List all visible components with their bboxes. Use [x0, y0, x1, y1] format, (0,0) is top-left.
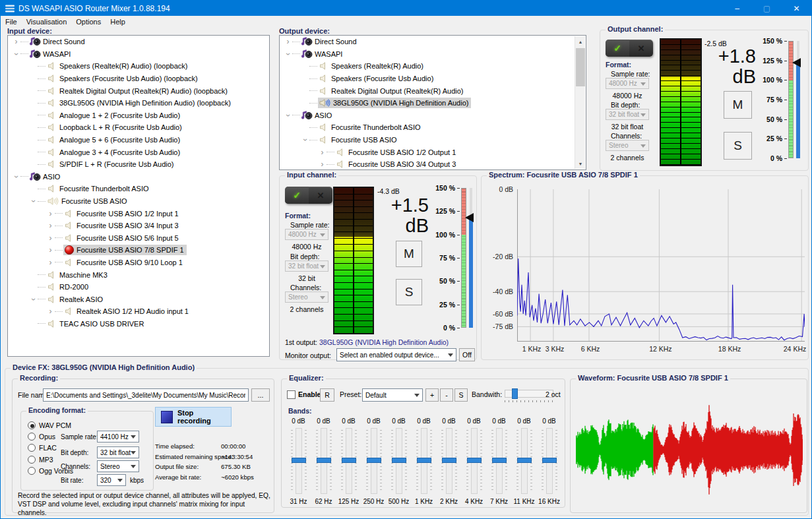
tree-item[interactable]: Speakers (Focusrite Usb Audio)	[280, 73, 575, 85]
eq-band-slider[interactable]	[414, 427, 435, 495]
tree-item[interactable]: ›WASAPI	[8, 48, 269, 61]
tree-item-content[interactable]: WASAPI	[29, 49, 73, 59]
tree-item-content[interactable]: Focusrite USB ASIO	[318, 135, 400, 145]
eq-preset-select[interactable]: Default	[362, 388, 423, 402]
slider-handle[interactable]	[317, 458, 331, 463]
input-channels-select[interactable]: Stereo	[285, 291, 328, 303]
tree-item[interactable]: ›Direct Sound	[8, 36, 269, 48]
rec-bit-depth-select[interactable]: 32 bit float	[97, 446, 139, 458]
slider-handle[interactable]	[492, 458, 507, 463]
chevron-right-icon[interactable]: ›	[46, 246, 55, 254]
chevron-right-icon[interactable]: ›	[318, 148, 327, 156]
output-solo-button[interactable]: S	[724, 132, 752, 160]
eq-band-slider[interactable]	[389, 427, 410, 495]
chevron-right-icon[interactable]: ›	[46, 259, 55, 266]
tree-item-content[interactable]: Analogue 5 + 6 (Focusrite Usb Audio)	[46, 135, 183, 145]
scroll-down-icon[interactable]: ▼	[575, 158, 586, 169]
slider-handle[interactable]	[342, 458, 356, 463]
tree-item-content[interactable]: Maschine MK3	[46, 270, 110, 280]
tree-item-content[interactable]: Focusrite USB ASIO 5/6 Input 5	[63, 233, 181, 243]
tree-item[interactable]: ›Focusrite USB ASIO	[280, 134, 575, 146]
tree-item-content[interactable]: Focusrite Thunderbolt ASIO	[46, 183, 152, 194]
monitor-off-button[interactable]: Off	[459, 348, 475, 361]
chevron-down-icon[interactable]: ›	[301, 136, 309, 144]
eq-band-slider[interactable]	[439, 427, 460, 495]
radio-button[interactable]	[28, 421, 36, 429]
eq-band-slider[interactable]	[514, 427, 535, 495]
toggle-cross-icon[interactable]: ✕	[629, 40, 653, 57]
tree-item-content[interactable]: S/PDIF L + R (Focusrite Usb Audio)	[46, 159, 177, 169]
tree-item[interactable]: 38GL950G (NVIDIA High Definition Audio)	[280, 97, 575, 109]
tree-item[interactable]: Focusrite Thunderbolt ASIO	[8, 183, 269, 195]
output-mute-button[interactable]: M	[724, 91, 752, 119]
chevron-right-icon[interactable]: ›	[46, 222, 55, 229]
tree-item-content[interactable]: Focusrite USB ASIO 3/4 Output 3	[335, 159, 458, 169]
tree-item-content[interactable]: 38GL950G (NVIDIA High Definition Audio)	[318, 98, 471, 108]
tree-item[interactable]: ›Realtek ASIO	[8, 293, 269, 305]
tree-item-content[interactable]: Speakers (Focusrite Usb Audio) (loopback…	[46, 73, 201, 84]
chevron-right-icon[interactable]: ›	[46, 307, 55, 315]
tree-item[interactable]: Realtek Digital Output (Realtek(R) Audio…	[280, 84, 575, 97]
tree-item[interactable]: Maschine MK3	[8, 268, 269, 281]
menu-help[interactable]: Help	[106, 16, 130, 28]
menu-file[interactable]: File	[1, 16, 22, 28]
rec-bit-rate-select[interactable]: 320	[97, 474, 126, 486]
chevron-down-icon[interactable]: ›	[13, 172, 20, 181]
chevron-down-icon[interactable]: ›	[284, 111, 292, 119]
menu-visualisation[interactable]: Visualisation	[22, 16, 72, 28]
tree-item-content[interactable]: Loopback L + R (Focusrite Usb Audio)	[46, 122, 185, 133]
tree-item[interactable]: Speakers (Realtek(R) Audio)	[280, 60, 575, 73]
tree-item-content[interactable]: Realtek ASIO	[46, 294, 106, 305]
browse-button[interactable]: ...	[251, 388, 270, 402]
tree-item-content[interactable]: Focusrite USB ASIO 1/2 Input 1	[63, 208, 181, 219]
chevron-right-icon[interactable]: ›	[12, 38, 20, 46]
tree-item[interactable]: Loopback L + R (Focusrite Usb Audio)	[8, 121, 269, 134]
slider-handle[interactable]	[292, 458, 306, 463]
eq-add-preset-button[interactable]: +	[425, 388, 439, 402]
scroll-up-icon[interactable]: ▲	[575, 36, 586, 47]
input-solo-button[interactable]: S	[396, 279, 422, 305]
tree-item[interactable]: ›Focusrite USB ASIO 5/6 Input 5	[8, 232, 269, 245]
toggle-check-icon[interactable]: ✓	[285, 187, 309, 204]
close-button[interactable]: ✕	[782, 1, 811, 16]
tree-item-content[interactable]: Speakers (Realtek(R) Audio) (loopback)	[46, 61, 190, 71]
tree-item-content[interactable]: Analogue 3 + 4 (Focusrite Usb Audio)	[46, 147, 183, 158]
chevron-down-icon[interactable]: ›	[284, 49, 292, 58]
menu-options[interactable]: Options	[71, 16, 106, 28]
tree-item[interactable]: ›Focusrite USB ASIO 1/2 Input 1	[8, 207, 269, 220]
tree-item-content[interactable]: Direct Sound	[301, 36, 359, 47]
eq-remove-preset-button[interactable]: -	[440, 388, 453, 402]
tree-item-content[interactable]: Speakers (Realtek(R) Audio)	[318, 61, 426, 71]
file-name-input[interactable]	[43, 388, 249, 402]
tree-item-content[interactable]: Realtek Digital Output (Realtek(R) Audio…	[318, 86, 466, 96]
slider-handle[interactable]	[542, 458, 557, 463]
tree-item[interactable]: S/PDIF L + R (Focusrite Usb Audio)	[8, 158, 269, 171]
tree-item[interactable]: ›Focusrite USB ASIO 3/4 Output 3	[280, 158, 575, 170]
minimize-button[interactable]: –	[722, 1, 752, 16]
rec-sample-rate-select[interactable]: 44100 Hz	[97, 431, 139, 443]
chevron-right-icon[interactable]: ›	[284, 38, 292, 46]
radio-button[interactable]	[28, 456, 36, 464]
tree-item[interactable]: ›Focusrite USB ASIO 1/2 Output 1	[280, 146, 575, 158]
tree-item[interactable]: Analogue 1 + 2 (Focusrite Usb Audio)	[8, 109, 269, 122]
input-device-tree[interactable]: ›Direct Sound›WASAPISpeakers (Realtek(R)…	[7, 35, 270, 357]
title-bar[interactable]: DS WASAPI ASIO Router Mixer 1.0.88.194 –…	[1, 1, 811, 16]
tree-item-content[interactable]: Realtek Digital Output (Realtek(R) Audio…	[46, 86, 230, 96]
toggle-check-icon[interactable]: ✓	[606, 40, 629, 57]
tree-item[interactable]: ›Focusrite USB ASIO 7/8 SPDIF 1	[8, 244, 269, 257]
monitor-output-select[interactable]: Select an enabled output device...	[336, 348, 456, 361]
output-enable-toggle[interactable]: ✓ ✕	[606, 40, 653, 57]
tree-item-content[interactable]: WASAPI	[301, 49, 345, 59]
output-tree-scrollbar[interactable]: ▲ ▼	[575, 36, 585, 169]
radio-button[interactable]	[28, 444, 36, 452]
slider-handle[interactable]	[417, 458, 431, 463]
eq-band-slider[interactable]	[363, 427, 385, 495]
maximize-button[interactable]: ▢	[752, 1, 782, 16]
radio-button[interactable]	[28, 467, 36, 475]
output-bit-depth-select[interactable]: 32 bit float	[606, 109, 649, 120]
output-volume-slider[interactable]: 150 %125 %100 %75 %50 %25 %0 %	[757, 37, 805, 162]
tree-item[interactable]: ›ASIO	[8, 171, 269, 183]
tree-item-content[interactable]: Focusrite USB ASIO 7/8 SPDIF 1	[63, 245, 187, 255]
tree-item-content[interactable]: Focusrite USB ASIO	[46, 196, 130, 206]
tree-item-content[interactable]: Focusrite USB ASIO 1/2 Output 1	[335, 147, 458, 158]
